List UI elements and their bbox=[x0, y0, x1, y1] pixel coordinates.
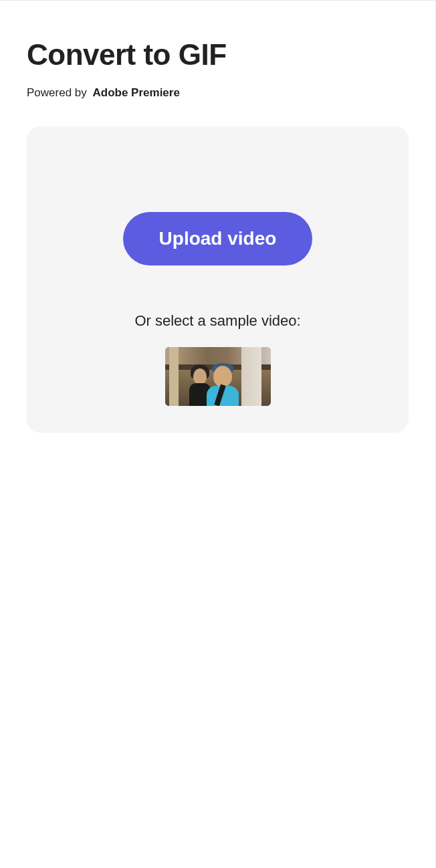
thumb-background bbox=[241, 347, 261, 406]
sample-video-label: Or select a sample video: bbox=[134, 312, 300, 330]
powered-by-prefix: Powered by bbox=[27, 86, 87, 99]
powered-by-brand: Adobe Premiere bbox=[93, 86, 180, 99]
page-title: Convert to GIF bbox=[27, 38, 409, 72]
thumb-person bbox=[193, 368, 207, 385]
thumb-background bbox=[169, 347, 179, 406]
thumb-person bbox=[213, 366, 232, 387]
upload-video-button[interactable]: Upload video bbox=[123, 212, 313, 265]
sample-video-thumbnail[interactable] bbox=[165, 347, 271, 406]
powered-by-line: Powered by Adobe Premiere bbox=[27, 86, 409, 100]
page-container: Convert to GIF Powered by Adobe Premiere… bbox=[0, 1, 435, 433]
upload-panel: Upload video Or select a sample video: bbox=[27, 126, 409, 433]
